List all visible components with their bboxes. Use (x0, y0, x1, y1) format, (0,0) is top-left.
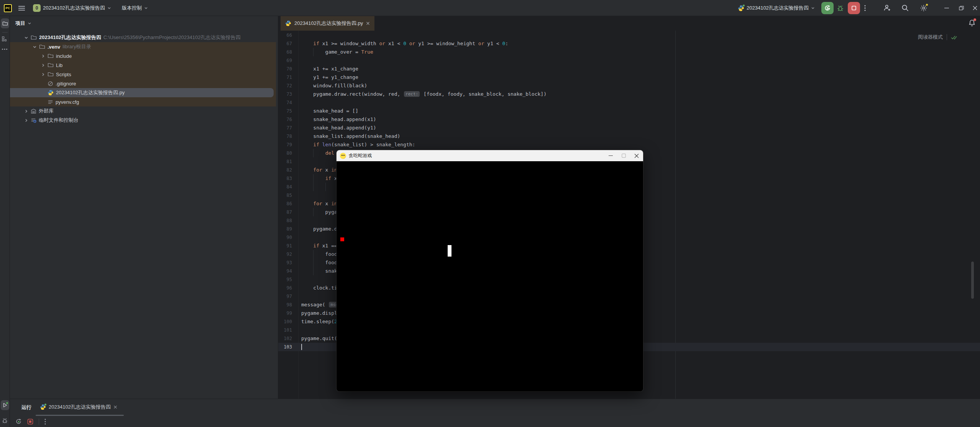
rerun-button[interactable] (15, 418, 22, 425)
tree-expand-toggle[interactable] (23, 36, 29, 40)
settings-button[interactable] (920, 0, 927, 16)
code-text: window.fill(black) (301, 82, 367, 90)
line-number: 85 (278, 191, 292, 200)
notifications-button[interactable] (968, 19, 976, 28)
tree-item-name: Scripts (56, 72, 71, 77)
tree-row[interactable]: Scripts (10, 70, 276, 79)
stop-icon (27, 419, 33, 425)
tree-row[interactable]: .gitignore (10, 79, 276, 88)
tool-run-button[interactable] (1, 400, 9, 410)
snake-game-icon (340, 153, 346, 159)
console-more-button[interactable] (44, 419, 46, 425)
line-number: 75 (278, 107, 292, 115)
code-text: pygame.quit() (301, 334, 340, 343)
folder-icon (2, 21, 8, 26)
line-number: 83 (278, 174, 292, 183)
toolbar-more-button[interactable] (864, 0, 866, 16)
tree-row[interactable]: 20234102孔志达实验报告四.py (10, 88, 276, 97)
stop-button[interactable] (848, 2, 860, 14)
tree-expand-toggle[interactable] (40, 54, 46, 58)
editor-tab[interactable]: 20234102孔志达实验报告四.py (281, 16, 374, 31)
tree-row[interactable]: 20234102孔志达实验报告四C:\Users\25356\PycharmPr… (10, 33, 276, 42)
tree-row[interactable]: 外部库 (10, 106, 276, 116)
pygame-window-titlebar[interactable]: 贪吃蛇游戏 (337, 150, 643, 161)
tree-row[interactable]: .venvlibrary根目录 (10, 42, 276, 51)
search-everywhere-button[interactable] (901, 0, 909, 16)
editor-tab-label: 20234102孔志达实验报告四.py (294, 20, 363, 27)
settings-notification-dot (926, 3, 928, 6)
code-with-me-button[interactable] (883, 0, 891, 16)
folder-icon (31, 34, 37, 41)
chevron-down-icon (811, 6, 815, 10)
editor-scrollbar-thumb[interactable] (971, 262, 974, 299)
tree-expand-toggle[interactable] (40, 72, 46, 77)
toolbar-divider (39, 419, 39, 425)
config-file-icon (48, 99, 53, 105)
code-text: snake_head.append(y1) (301, 124, 376, 132)
window-restore-button[interactable] (958, 0, 964, 16)
code-text: y1 += y1_change (301, 73, 358, 82)
tree-row[interactable]: include (10, 51, 276, 61)
pygame-close-button[interactable] (630, 150, 643, 161)
code-line: 71 y1 += y1_change (278, 73, 980, 82)
line-number: 81 (278, 157, 292, 166)
tool-debug-button[interactable] (2, 417, 8, 424)
window-minimize-button[interactable] (944, 0, 950, 16)
more-tools-button[interactable] (2, 48, 8, 50)
line-number: 68 (278, 48, 292, 56)
kebab-icon (864, 5, 866, 11)
vcs-widget[interactable]: 版本控制 (122, 0, 148, 16)
code-line: 74 (278, 98, 980, 107)
tree-expand-toggle[interactable] (23, 118, 29, 123)
tab-close-icon[interactable] (113, 405, 117, 409)
tree-row[interactable]: Lib (10, 61, 276, 70)
tree-expand-toggle[interactable] (23, 109, 29, 113)
left-activity-bar (0, 16, 10, 427)
rerun-icon (824, 5, 831, 11)
chevron-right-icon (41, 72, 45, 77)
code-line: 67 if x1 >= window_width or x1 < 0 or y1… (278, 39, 980, 48)
close-icon (972, 5, 978, 11)
line-number: 66 (278, 31, 292, 39)
tree-item-name: .gitignore (56, 81, 76, 87)
run-console-tab-label: 20234102孔志达实验报告四 (49, 404, 111, 411)
code-text: pygame.draw.rect(window, red, rect: [foo… (301, 90, 547, 98)
tree-item-name: pyvenv.cfg (56, 99, 79, 105)
code-text: snake_list.append(snake_head) (301, 132, 400, 141)
code-text: if x1 >= window_width or x1 < 0 or y1 >=… (301, 39, 508, 48)
folder-icon (39, 44, 45, 50)
line-number: 98 (278, 301, 292, 309)
editor-tab-strip: 20234102孔志达实验报告四.py (278, 16, 980, 31)
code-line: 79 if len(snake_list) > snake_length: (278, 141, 980, 149)
run-console-tab[interactable]: 20234102孔志达实验报告四 (40, 401, 117, 413)
window-close-button[interactable] (972, 0, 978, 16)
tree-row[interactable]: pyvenv.cfg (10, 97, 276, 106)
run-tab-scrollbar[interactable] (36, 415, 124, 416)
chevron-down-icon (28, 21, 31, 25)
tree-row[interactable]: 临时文件和控制台 (10, 116, 276, 125)
stop-button[interactable] (27, 419, 33, 425)
code-line: 70 x1 += x1_change (278, 65, 980, 73)
project-tool-window-header[interactable]: 项目 (15, 20, 31, 27)
project-widget[interactable]: 0 20234102孔志达实验报告四 (33, 0, 111, 16)
code-text: snake_head.append(x1) (301, 115, 376, 124)
pygame-maximize-button[interactable] (617, 150, 630, 161)
line-number: 84 (278, 183, 292, 191)
debug-button[interactable] (837, 0, 844, 16)
line-number: 92 (278, 250, 292, 258)
run-config-widget[interactable]: 20234102孔志达实验报告四 (738, 0, 815, 16)
pygame-window-title: 贪吃蛇游戏 (349, 152, 372, 159)
tool-project-button[interactable] (1, 18, 9, 28)
tree-expand-toggle[interactable] (40, 63, 46, 67)
tree-item-name: 20234102孔志达实验报告四 (39, 34, 101, 41)
code-line: 69 (278, 56, 980, 65)
main-menu-button[interactable] (18, 0, 25, 16)
folder-icon (48, 71, 54, 77)
pygame-window[interactable]: 贪吃蛇游戏 (337, 150, 643, 391)
tab-close-icon[interactable] (366, 21, 370, 25)
pygame-minimize-button[interactable] (604, 150, 617, 161)
tree-expand-toggle[interactable] (31, 45, 38, 49)
rerun-button[interactable] (821, 2, 834, 14)
tree-item-suffix: library根目录 (62, 43, 91, 50)
tool-structure-button[interactable] (2, 36, 7, 42)
